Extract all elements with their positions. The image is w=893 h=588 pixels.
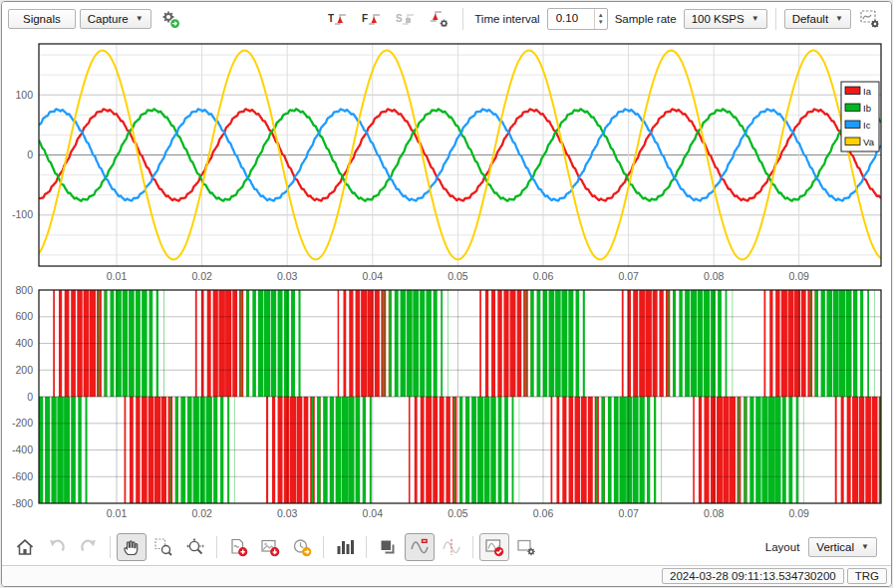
chevron-down-icon: ▼ bbox=[835, 15, 843, 23]
time-interval-value: 0.10 bbox=[548, 9, 594, 29]
redo-icon bbox=[78, 536, 100, 558]
svg-text:0.03: 0.03 bbox=[277, 507, 298, 519]
svg-text:-600: -600 bbox=[12, 470, 33, 482]
svg-text:0.02: 0.02 bbox=[191, 507, 212, 519]
svg-text:Ib: Ib bbox=[863, 103, 871, 114]
trigger-single-button[interactable]: S bbox=[391, 5, 421, 33]
pan-hand-icon bbox=[121, 536, 143, 558]
svg-text:800: 800 bbox=[15, 285, 33, 296]
layout-label: Layout bbox=[762, 541, 803, 553]
edge-gear-icon bbox=[428, 7, 451, 31]
timestamp-field: 2024-03-28 09:11:13.534730200 bbox=[662, 568, 844, 584]
T-edge-icon: T bbox=[326, 8, 350, 30]
zoom-pan-icon bbox=[184, 536, 206, 558]
time-interval-spinner[interactable]: 0.10 ▲▼ bbox=[547, 8, 608, 30]
capture-add-button[interactable] bbox=[155, 5, 185, 33]
svg-text:-400: -400 bbox=[12, 443, 33, 455]
waveform-marker-icon bbox=[409, 536, 431, 558]
svg-text:0.01: 0.01 bbox=[107, 270, 128, 282]
capture-select-value: Capture bbox=[88, 13, 129, 25]
export-data-button[interactable] bbox=[223, 533, 253, 561]
svg-text:0.04: 0.04 bbox=[363, 270, 384, 282]
export-data-icon bbox=[227, 536, 249, 558]
legend: IaIbIcVa bbox=[841, 82, 879, 151]
svg-text:0: 0 bbox=[27, 391, 33, 403]
svg-text:0.05: 0.05 bbox=[447, 270, 468, 282]
redo-button[interactable] bbox=[74, 533, 104, 561]
svg-text:0.05: 0.05 bbox=[447, 507, 468, 519]
capture-gear-icon bbox=[515, 536, 537, 558]
svg-text:S: S bbox=[396, 13, 403, 24]
export-image-icon bbox=[259, 536, 281, 558]
pan-button[interactable] bbox=[117, 533, 147, 561]
layout-select[interactable]: Vertical ▼ bbox=[808, 537, 877, 557]
sample-rate-select[interactable]: 100 KSPS ▼ bbox=[684, 9, 767, 29]
trigger-rising-button[interactable]: T bbox=[323, 5, 353, 33]
trigger-falling-button[interactable]: F bbox=[357, 5, 387, 33]
svg-text:0: 0 bbox=[27, 148, 33, 160]
svg-text:-800: -800 bbox=[12, 497, 33, 509]
undo-icon bbox=[46, 536, 68, 558]
export-run-button[interactable] bbox=[287, 533, 317, 561]
svg-text:400: 400 bbox=[15, 337, 33, 349]
layers-icon bbox=[377, 536, 399, 558]
svg-text:0.02: 0.02 bbox=[191, 270, 212, 282]
preset-value: Default bbox=[792, 13, 828, 25]
layers-button[interactable] bbox=[373, 533, 403, 561]
svg-text:0.08: 0.08 bbox=[704, 270, 725, 282]
layout-value: Vertical bbox=[816, 541, 854, 553]
trigger-status-badge: TRG bbox=[847, 568, 887, 584]
chevron-down-icon: ▼ bbox=[751, 15, 759, 23]
chevron-down-icon: ▼ bbox=[861, 543, 869, 551]
zoom-pan-button[interactable] bbox=[180, 533, 210, 561]
svg-text:0.07: 0.07 bbox=[618, 270, 639, 282]
waveform-cursor-icon bbox=[441, 536, 462, 558]
svg-text:600: 600 bbox=[15, 310, 33, 322]
waveform-marker-button[interactable] bbox=[405, 533, 435, 561]
signals-button[interactable]: Signals bbox=[8, 9, 76, 29]
bottom-toolbar: Layout Vertical ▼ bbox=[2, 530, 891, 564]
capture-select[interactable]: Capture ▼ bbox=[80, 9, 151, 29]
sample-rate-label: Sample rate bbox=[612, 13, 680, 25]
svg-text:0.06: 0.06 bbox=[533, 270, 554, 282]
home-button[interactable] bbox=[10, 533, 40, 561]
svg-text:0.09: 0.09 bbox=[788, 270, 809, 282]
scope-window: Signals Capture ▼ T F bbox=[1, 1, 892, 587]
preset-select[interactable]: Default ▼ bbox=[784, 9, 851, 29]
sample-rate-value: 100 KSPS bbox=[692, 13, 744, 25]
svg-text:T: T bbox=[328, 13, 334, 24]
capture-view-button[interactable] bbox=[479, 533, 509, 561]
svg-text:Ia: Ia bbox=[863, 86, 872, 97]
home-icon bbox=[14, 536, 36, 558]
capture-settings-button[interactable] bbox=[511, 533, 541, 561]
zoom-region-icon bbox=[152, 536, 174, 558]
svg-text:0.03: 0.03 bbox=[277, 270, 298, 282]
spinner-arrows-icon[interactable]: ▲▼ bbox=[594, 9, 607, 29]
chevron-down-icon: ▼ bbox=[136, 15, 144, 23]
svg-text:100: 100 bbox=[15, 89, 33, 101]
trigger-settings-button[interactable] bbox=[425, 5, 454, 33]
svg-text:-200: -200 bbox=[12, 417, 33, 429]
svg-text:Va: Va bbox=[863, 137, 875, 147]
S-edge-icon: S bbox=[394, 8, 418, 30]
svg-text:200: 200 bbox=[15, 364, 33, 376]
svg-text:0.06: 0.06 bbox=[533, 507, 554, 519]
phase-waveform-chart[interactable]: 0.010.020.030.040.050.060.070.080.091000… bbox=[2, 38, 892, 285]
zoom-region-button[interactable] bbox=[149, 533, 178, 561]
svg-text:0.09: 0.09 bbox=[788, 507, 809, 519]
histogram-button[interactable] bbox=[330, 533, 360, 561]
line-voltage-pwm-chart[interactable]: 0.010.020.030.040.050.060.070.080.098006… bbox=[2, 285, 892, 530]
display-settings-button[interactable] bbox=[855, 5, 885, 33]
svg-text:0.07: 0.07 bbox=[618, 507, 639, 519]
export-image-button[interactable] bbox=[255, 533, 285, 561]
time-interval-label: Time interval bbox=[471, 13, 542, 25]
waveform-cursor-button[interactable] bbox=[437, 533, 466, 561]
svg-text:0.04: 0.04 bbox=[363, 507, 384, 519]
export-run-icon bbox=[291, 536, 313, 558]
gear-plus-icon bbox=[158, 7, 182, 31]
undo-button[interactable] bbox=[42, 533, 72, 561]
svg-text:F: F bbox=[362, 13, 368, 24]
svg-text:0.01: 0.01 bbox=[107, 507, 128, 519]
svg-text:Ic: Ic bbox=[863, 120, 871, 131]
top-toolbar: Signals Capture ▼ T F bbox=[2, 2, 891, 36]
